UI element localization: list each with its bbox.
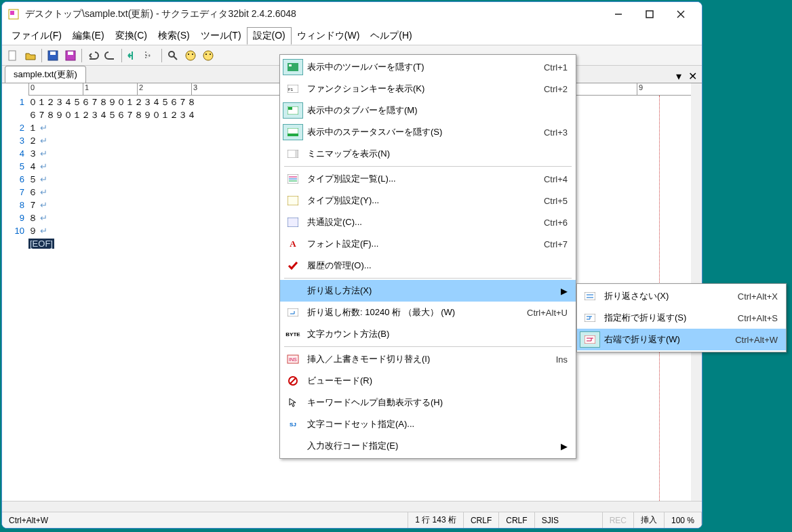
cursor-icon <box>283 394 303 411</box>
menu-ins-mode[interactable]: INS 挿入／上書きモード切り替え(I) Ins <box>280 348 576 370</box>
tabbar-icon <box>283 102 303 119</box>
settings-menu-popup: 表示中のツールバーを隠す(T) Ctrl+1 F1 ファンクションキーを表示(K… <box>279 54 576 459</box>
svg-rect-10 <box>68 52 73 55</box>
menu-wrap-method[interactable]: 折り返し方法(X) ▶ <box>280 280 576 302</box>
menu-view-mode[interactable]: ビューモード(R) <box>280 370 576 392</box>
encoding-icon: SJ <box>283 416 303 432</box>
menu-show-minimap[interactable]: ミニマップを表示(N) <box>280 143 576 165</box>
titlebar: デスクトップ\sample.txt(更新) - サクラエディタ32bit 2.4… <box>2 2 702 26</box>
statusbar-icon <box>283 124 303 140</box>
menu-common[interactable]: 共通設定(C)... Ctrl+6 <box>280 211 576 233</box>
menu-edit[interactable]: 編集(E) <box>67 28 110 44</box>
menu-help[interactable]: ヘルプ(H) <box>365 28 417 44</box>
face-icon[interactable] <box>182 47 199 64</box>
svg-point-13 <box>186 51 195 60</box>
redo-icon[interactable] <box>102 47 119 64</box>
status-ins: 挿入 <box>634 512 665 528</box>
ins-icon: INS <box>283 351 303 367</box>
tab-close-icon[interactable]: ✕ <box>686 69 699 83</box>
menu-convert[interactable]: 変換(C) <box>110 28 153 44</box>
menu-type-set[interactable]: タイプ別設定(Y)... Ctrl+5 <box>280 190 576 211</box>
svg-rect-40 <box>585 292 595 300</box>
status-hint: Ctrl+Alt+W <box>2 512 408 528</box>
submenu-wrapwin[interactable]: 右端で折り返す(W) Ctrl+Alt+W <box>577 329 786 350</box>
menu-hide-toolbar[interactable]: 表示中のツールバーを隠す(T) Ctrl+1 <box>280 56 576 78</box>
new-file-icon[interactable] <box>5 47 21 64</box>
svg-rect-26 <box>288 134 298 136</box>
toolbar-icon <box>283 59 303 75</box>
svg-text:F1: F1 <box>288 87 294 91</box>
open-file-icon[interactable] <box>22 47 39 64</box>
horizontal-scrollbar[interactable] <box>2 501 702 512</box>
chevron-right-icon: ▶ <box>561 441 568 451</box>
tab-dropdown-icon[interactable]: ▾ <box>672 69 686 83</box>
chevron-right-icon: ▶ <box>561 286 568 296</box>
blank-icon <box>283 283 303 299</box>
list-icon <box>283 171 303 187</box>
svg-rect-19 <box>288 63 298 71</box>
face2-icon[interactable] <box>200 47 216 64</box>
menu-charset[interactable]: SJ 文字コードセット指定(A)... <box>280 413 576 435</box>
save-all-icon[interactable] <box>62 47 79 64</box>
tab-file[interactable]: sample.txt(更新) <box>5 66 86 83</box>
menu-wrap-cols[interactable]: 折り返し桁数: 10240 桁 （最大） (W) Ctrl+Alt+U <box>280 302 576 323</box>
menu-show-funckey[interactable]: F1 ファンクションキーを表示(K) Ctrl+2 <box>280 78 576 100</box>
eof-marker: [EOF] <box>28 239 54 249</box>
svg-rect-33 <box>288 196 298 205</box>
app-icon <box>7 8 20 20</box>
svg-line-39 <box>290 378 296 384</box>
menu-settings[interactable]: 設定(O) <box>247 27 292 45</box>
svg-rect-34 <box>288 218 298 227</box>
line-gutter: 1 2345678910 <box>2 83 28 501</box>
menu-count-method[interactable]: BYTE 文字カウント方法(B) <box>280 323 576 345</box>
blank-icon <box>283 438 303 454</box>
menu-keyword-help[interactable]: キーワードヘルプ自動表示する(H) <box>280 392 576 413</box>
submenu-nowrap[interactable]: 折り返さない(X) Ctrl+Alt+X <box>577 285 786 307</box>
wrap-submenu-popup: 折り返さない(X) Ctrl+Alt+X 指定桁で折り返す(S) Ctrl+Al… <box>576 283 787 352</box>
common-icon <box>283 214 303 230</box>
funckey-icon: F1 <box>283 81 303 97</box>
submenu-wrapcol[interactable]: 指定桁で折り返す(S) Ctrl+Alt+S <box>577 307 786 329</box>
menu-font[interactable]: A フォント設定(F)... Ctrl+7 <box>280 233 576 255</box>
svg-rect-6 <box>9 51 16 60</box>
save-icon[interactable] <box>45 47 61 64</box>
maximize-button[interactable] <box>634 3 665 25</box>
undo-icon[interactable] <box>85 47 101 64</box>
statusbar: Ctrl+Alt+W 1 行 143 桁 CRLF CRLF SJIS REC … <box>2 512 702 528</box>
svg-point-16 <box>203 51 213 60</box>
menu-history[interactable]: 履歴の管理(O)... <box>280 255 576 277</box>
outdent-icon[interactable] <box>125 47 141 64</box>
menubar: ファイル(F) 編集(E) 変換(C) 検索(S) ツール(T) 設定(O) ウ… <box>2 26 702 45</box>
settings-icon <box>283 192 303 209</box>
svg-rect-35 <box>288 308 298 316</box>
indent-icon[interactable] <box>142 47 159 64</box>
svg-rect-8 <box>50 52 56 55</box>
menu-file[interactable]: ファイル(F) <box>6 28 67 44</box>
svg-rect-20 <box>289 64 292 66</box>
svg-line-12 <box>174 56 177 60</box>
menu-tools[interactable]: ツール(T) <box>195 28 247 44</box>
svg-point-18 <box>210 54 211 55</box>
minimize-button[interactable] <box>603 3 634 25</box>
menu-hide-tabbar[interactable]: 表示中のタブバーを隠す(M) <box>280 100 576 121</box>
menu-window[interactable]: ウィンドウ(W) <box>292 28 365 44</box>
prohibit-icon <box>283 373 303 389</box>
svg-point-17 <box>205 54 207 55</box>
svg-text:INS: INS <box>289 357 297 362</box>
menu-hide-status[interactable]: 表示中のステータスバーを隠す(S) Ctrl+3 <box>280 121 576 143</box>
menu-search[interactable]: 検索(S) <box>153 28 195 44</box>
status-eol1: CRLF <box>464 512 499 528</box>
close-button[interactable] <box>665 3 696 25</box>
nowrap-icon <box>580 288 600 304</box>
check-icon <box>283 258 303 274</box>
wrapwin-icon <box>580 331 600 348</box>
menu-newline[interactable]: 入力改行コード指定(E) ▶ <box>280 435 576 457</box>
svg-rect-28 <box>295 150 298 157</box>
menu-type-list[interactable]: タイプ別設定一覧(L)... Ctrl+4 <box>280 168 576 190</box>
status-eol2: CRLF <box>499 512 534 528</box>
svg-rect-3 <box>646 11 653 18</box>
search-icon[interactable] <box>165 47 181 64</box>
minimap-icon <box>283 146 303 162</box>
svg-rect-24 <box>288 107 292 110</box>
status-pos: 1 行 143 桁 <box>408 512 464 528</box>
